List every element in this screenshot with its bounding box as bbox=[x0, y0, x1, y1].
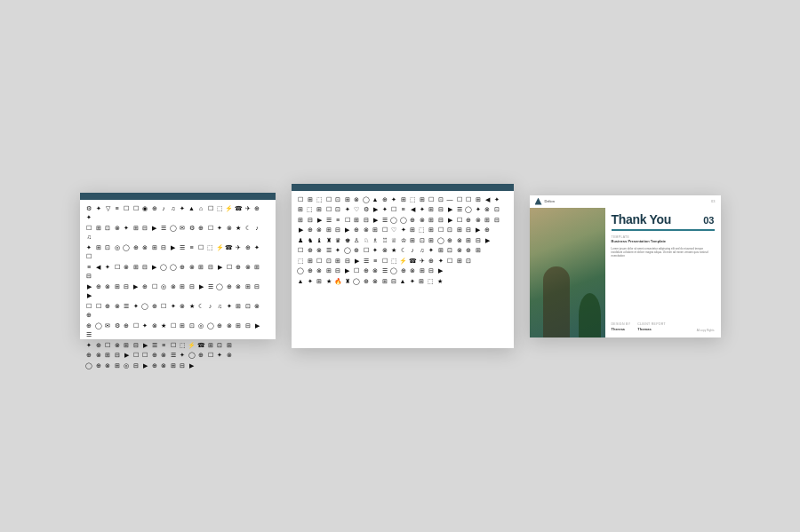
icon: ⊗ bbox=[113, 341, 121, 349]
icon: ▽ bbox=[104, 204, 112, 212]
icon: ⊟ bbox=[334, 267, 342, 275]
icon: ⊞ bbox=[94, 243, 102, 251]
icon: ☐ bbox=[123, 204, 131, 212]
icon: ☰ bbox=[324, 216, 332, 224]
icon: ⊞ bbox=[418, 277, 426, 285]
icon: ✦ bbox=[169, 302, 177, 310]
icon: ✉ bbox=[104, 322, 112, 330]
icon: ⊞ bbox=[316, 206, 324, 214]
icon: ▶ bbox=[188, 361, 196, 369]
icon: ✦ bbox=[334, 247, 342, 255]
icon: ▲ bbox=[372, 195, 380, 203]
icon: — bbox=[446, 195, 454, 203]
logo-text: Delton bbox=[545, 199, 556, 203]
icon: ⊕ bbox=[85, 322, 93, 330]
icon: ⊡ bbox=[334, 195, 342, 203]
icon: ☐ bbox=[380, 226, 388, 234]
icon: ⊞ bbox=[306, 257, 314, 265]
icon: ☐ bbox=[132, 204, 140, 212]
slide-1-top-bar bbox=[80, 193, 276, 200]
icon: ▶ bbox=[446, 206, 454, 214]
page-number: 03 bbox=[711, 199, 715, 203]
designer-info: Design by Theresa bbox=[612, 322, 631, 331]
icon: ⚙ bbox=[362, 206, 370, 214]
client-label: Client report bbox=[637, 322, 666, 326]
icon: ☐ bbox=[104, 341, 112, 349]
icon: ☰ bbox=[85, 331, 93, 339]
client-info: Client report Thomas bbox=[637, 322, 666, 331]
icon: ⊕ bbox=[85, 312, 93, 320]
icon: ◯ bbox=[353, 277, 361, 285]
icon: ⊕ bbox=[253, 204, 261, 212]
icon: ▶ bbox=[484, 236, 492, 244]
icon: ♡ bbox=[390, 226, 398, 234]
icon: ⊕ bbox=[141, 282, 149, 290]
icon: ◯ bbox=[206, 322, 214, 330]
slide-2: ☐⊞⬚☐⊡⊞⊗◯▲⊕✦⊞⬚⊞☐⊡—☐☐⊞◀✦ ⊞⬚⊞☐⊡✦♡⚙▶✦☐≡◀✦⊞⊟▶… bbox=[292, 184, 514, 348]
icons-row: ✦⊞⊡◎◯⊕⊗⊞⊟▶☰≡☐⬚⚡☎✈⊕✦☐ bbox=[85, 243, 270, 261]
icon: ☰ bbox=[455, 206, 463, 214]
icon: ⬚ bbox=[216, 204, 224, 212]
icon: ⊞ bbox=[409, 236, 417, 244]
icon: ▶ bbox=[297, 226, 305, 234]
icon: ⊞ bbox=[244, 282, 252, 290]
icon: ⬚ bbox=[306, 206, 314, 214]
icon: ☎ bbox=[225, 243, 233, 251]
icon: ⚡ bbox=[188, 341, 196, 349]
icon: ⊡ bbox=[436, 195, 444, 203]
icon: ⊞ bbox=[104, 352, 112, 360]
template-value: Business Presentation Template bbox=[612, 239, 715, 243]
icon: ☐ bbox=[85, 224, 93, 232]
icon: ◯ bbox=[216, 282, 224, 290]
icon: ⊗ bbox=[484, 206, 492, 214]
teal-divider bbox=[612, 229, 715, 231]
icon: ⊕ bbox=[306, 247, 314, 255]
icon: ⊕ bbox=[380, 195, 388, 203]
icon: ⊡ bbox=[492, 206, 500, 214]
icon: ☰ bbox=[380, 216, 388, 224]
icon: ✦ bbox=[436, 257, 444, 265]
template-block: Template Business Presentation Template bbox=[612, 235, 715, 243]
icon: ▶ bbox=[372, 216, 380, 224]
icon: ⊟ bbox=[141, 263, 149, 271]
icon: ⊕ bbox=[306, 226, 314, 234]
icon: ⊕ bbox=[132, 243, 140, 251]
icon: ♜ bbox=[324, 236, 332, 244]
icon: ⊞ bbox=[132, 263, 140, 271]
icon: ☐ bbox=[85, 302, 93, 310]
icon: ⊕ bbox=[409, 216, 417, 224]
icon: ⊞ bbox=[428, 216, 436, 224]
icon: ⊞ bbox=[316, 277, 324, 285]
icon: ☐ bbox=[160, 302, 168, 310]
icon: ⊕ bbox=[197, 224, 205, 232]
icon: ⊟ bbox=[465, 226, 473, 234]
icon: ⊞ bbox=[306, 195, 314, 203]
icons-row: ⊞⊟▶☰≡☐⊞⊟▶☰◯◯⊕⊗⊞⊟▶☐⊕⊗⊞⊟ bbox=[297, 216, 501, 224]
icon: ▶ bbox=[353, 257, 361, 265]
icon: ⊞ bbox=[253, 263, 261, 271]
icon: ▶ bbox=[123, 352, 131, 360]
designer-label: Design by bbox=[612, 322, 631, 326]
icon: ⊟ bbox=[113, 352, 121, 360]
icon: ☾ bbox=[197, 302, 205, 310]
icon: ≡ bbox=[160, 341, 168, 349]
icon: ⊞ bbox=[428, 226, 436, 234]
icon: ⊕ bbox=[123, 322, 131, 330]
icon: ▲ bbox=[399, 277, 407, 285]
icon: ⊟ bbox=[253, 282, 261, 290]
icon: ▶ bbox=[197, 282, 205, 290]
icon: ◎ bbox=[123, 361, 131, 369]
icon: ⊕ bbox=[465, 216, 473, 224]
icon: ☰ bbox=[169, 352, 177, 360]
slide-image bbox=[530, 208, 605, 337]
slide-3-top-bar: Delton 03 bbox=[530, 195, 721, 208]
icon: ♪ bbox=[160, 204, 168, 212]
icon: ◀ bbox=[94, 263, 102, 271]
icon: ⊟ bbox=[436, 206, 444, 214]
icon: ⬚ bbox=[427, 277, 435, 285]
icon: ☐ bbox=[197, 243, 205, 251]
icon: ⊗ bbox=[409, 267, 417, 275]
icon: ★ bbox=[235, 224, 243, 232]
icon: ☾ bbox=[244, 224, 252, 232]
icon: ◎ bbox=[197, 322, 205, 330]
